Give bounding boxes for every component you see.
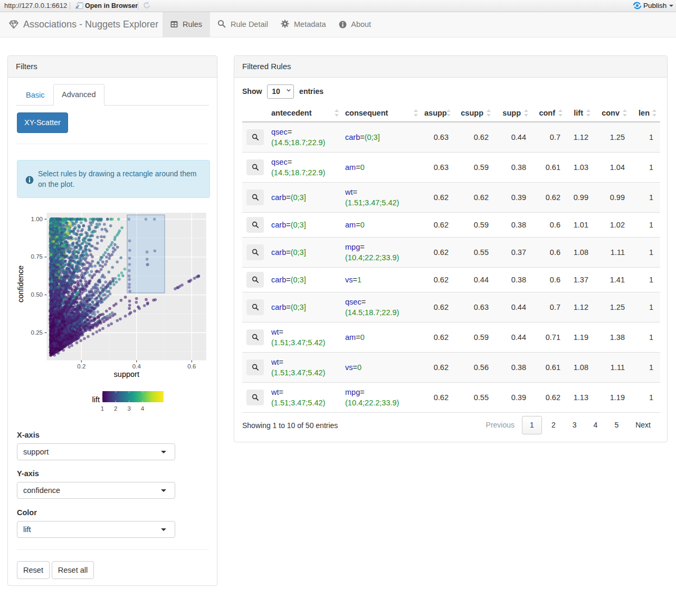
- svg-text:0.75: 0.75: [31, 253, 43, 260]
- svg-text:lift: lift: [92, 395, 100, 404]
- svg-text:0.4: 0.4: [132, 363, 141, 369]
- svg-text:0.25: 0.25: [31, 329, 43, 336]
- svg-text:0.6: 0.6: [187, 363, 196, 369]
- svg-text:3: 3: [127, 405, 130, 412]
- svg-text:1.00: 1.00: [31, 216, 43, 222]
- svg-text:confidence: confidence: [16, 266, 25, 302]
- svg-text:0.2: 0.2: [77, 363, 85, 369]
- svg-text:0.50: 0.50: [31, 291, 43, 298]
- svg-text:4: 4: [141, 405, 145, 412]
- svg-text:2: 2: [114, 405, 117, 412]
- svg-text:1: 1: [101, 405, 104, 412]
- svg-text:support: support: [114, 370, 139, 378]
